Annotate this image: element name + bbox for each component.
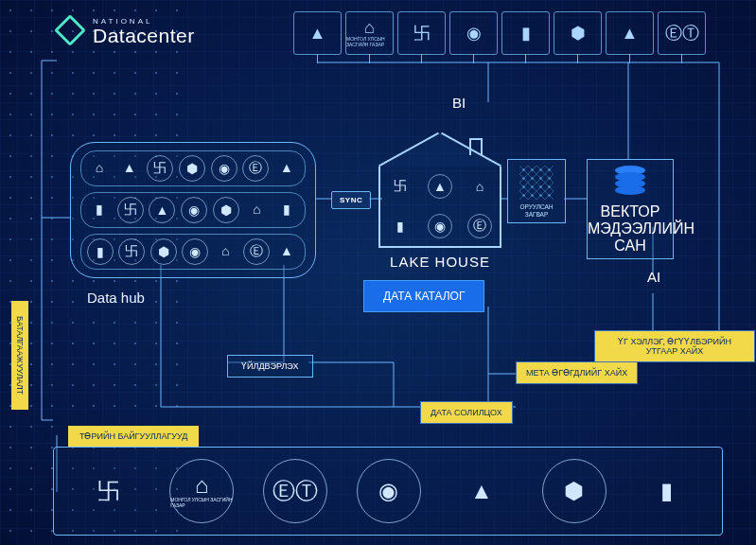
- ai-label: AI: [647, 269, 660, 285]
- lakehouse-label: LAKE HOUSE: [378, 254, 501, 270]
- data-hub-row: ▮ 卐 ⬢ ◉ ⌂ Ⓔ ▲: [80, 234, 306, 270]
- vector-db-label: ВЕКТОР МЭДЭЭЛЛИЙН САН: [588, 203, 673, 255]
- logo-main-text: Datacenter: [93, 26, 195, 45]
- bottom-org-icon: 卐: [78, 460, 140, 522]
- data-hub-row: ⌂ ▲ 卐 ⬢ ◉ Ⓔ ▲: [80, 150, 306, 186]
- top-org-icon: ⒺⓉ: [658, 11, 706, 55]
- org-icon: 卐: [389, 175, 412, 198]
- brand-logo: NATIONAL Datacenter: [57, 17, 195, 45]
- top-org-icon: ⌂МОНГОЛ УЛСЫН ЗАСГИЙН ГАЗАР: [345, 11, 394, 55]
- org-icon: ◉: [182, 238, 208, 265]
- data-catalog-box: ДАТА КАТАЛОГ: [363, 280, 484, 312]
- data-hub-label: Data hub: [87, 290, 316, 306]
- neural-mesh-icon: [519, 166, 554, 200]
- org-icon: ▲: [274, 155, 299, 180]
- embedding-model-box: ОРУУЛСАН ЗАГВАР: [507, 159, 566, 223]
- bottom-org-icon: ▮: [635, 460, 697, 522]
- top-org-icon: ▲: [606, 11, 654, 55]
- org-icon: ⌂: [213, 238, 237, 263]
- vector-db-box: ВЕКТОР МЭДЭЭЛЛИЙН САН: [587, 159, 674, 259]
- process-label: ҮЙЛДВЭРЛЭХ: [227, 355, 313, 378]
- bottom-org-icon: ▲: [450, 460, 513, 522]
- validation-label: БАТАЛГААЖУУЛАЛТ: [11, 301, 28, 410]
- org-icon: ⌂: [244, 197, 269, 221]
- top-org-icon: ⬢: [554, 11, 602, 55]
- lakehouse-section: 卐 ▲ ⌂ ▮ ◉ Ⓔ LAKE HOUSE: [378, 132, 501, 270]
- bi-label: BI: [452, 95, 466, 111]
- data-hub-panel: ⌂ ▲ 卐 ⬢ ◉ Ⓔ ▲ ▮ 卐 ▲ ◉ ⬢ ⌂ ▮ ▮ 卐 ⬢ ◉ ⌂ Ⓔ …: [70, 142, 316, 278]
- bottom-org-icon: ⌂МОНГОЛ УЛСЫН ЗАСГИЙН ГАЗАР: [169, 459, 234, 523]
- semantic-search-label: ҮГ ХЭЛЛЭГ, ӨГҮҮЛБЭРИЙН УТГААР ХАЙХ: [594, 330, 755, 362]
- org-icon: 卐: [118, 238, 145, 265]
- top-org-icons: ▲ ⌂МОНГОЛ УЛСЫН ЗАСГИЙН ГАЗАР 卐 ◉ ▮ ⬢ ▲ …: [293, 11, 706, 55]
- chimney-icon: [469, 138, 483, 155]
- org-icon: 卐: [147, 155, 173, 182]
- org-icon: ⬢: [179, 155, 205, 182]
- data-hub-row: ▮ 卐 ▲ ◉ ⬢ ⌂ ▮: [80, 192, 306, 228]
- top-org-icon: ◉: [449, 11, 498, 55]
- data-exchange-label: ДАТА СОЛИЛЦОХ: [420, 401, 513, 424]
- org-icon: ▲: [149, 197, 175, 223]
- org-icon: ⌂: [468, 175, 491, 198]
- org-icon: Ⓔ: [243, 238, 270, 265]
- bottom-org-panel: 卐 ⌂МОНГОЛ УЛСЫН ЗАСГИЙН ГАЗАР ⒺⓉ ◉ ▲ ⬢ ▮: [53, 447, 723, 536]
- top-org-icon: ▲: [293, 11, 342, 55]
- database-icon: [615, 166, 645, 200]
- org-icon: 卐: [117, 197, 144, 223]
- org-icon: ▮: [87, 197, 112, 221]
- org-icon: ⌂: [87, 155, 112, 180]
- org-icon: ◉: [181, 197, 207, 223]
- org-icon: ▮: [389, 215, 412, 237]
- org-icon: ◉: [428, 214, 452, 238]
- logo-mark-icon: [57, 17, 85, 45]
- bottom-org-icon: ◉: [357, 459, 421, 523]
- top-org-icon: ▮: [501, 11, 550, 55]
- org-icon: ▲: [274, 238, 299, 263]
- org-icon: ▲: [117, 155, 142, 180]
- org-icon: ⬢: [213, 197, 239, 223]
- top-org-icon: 卐: [397, 11, 446, 55]
- org-icon: Ⓔ: [467, 214, 492, 238]
- embedding-label: ОРУУЛСАН ЗАГВАР: [508, 203, 565, 219]
- gov-orgs-label: ТӨРИЙН БАЙГУУЛЛАГУУД: [68, 426, 199, 447]
- org-icon: Ⓔ: [242, 155, 269, 182]
- sync-label: SYNC: [331, 191, 371, 209]
- org-icon: ◉: [211, 155, 237, 182]
- org-icon: ⬢: [150, 238, 177, 265]
- org-icon: ▲: [428, 174, 452, 199]
- metadata-search-label: МЕТА ӨГӨГДЛИЙГ ХАЙХ: [516, 361, 638, 384]
- bottom-org-icon: ⒺⓉ: [263, 459, 327, 523]
- data-hub-section: ⌂ ▲ 卐 ⬢ ◉ Ⓔ ▲ ▮ 卐 ▲ ◉ ⬢ ⌂ ▮ ▮ 卐 ⬢ ◉ ⌂ Ⓔ …: [70, 142, 316, 306]
- org-icon: ▮: [87, 238, 114, 265]
- org-icon: ▮: [274, 197, 299, 221]
- bottom-org-icon: ⬢: [542, 459, 607, 523]
